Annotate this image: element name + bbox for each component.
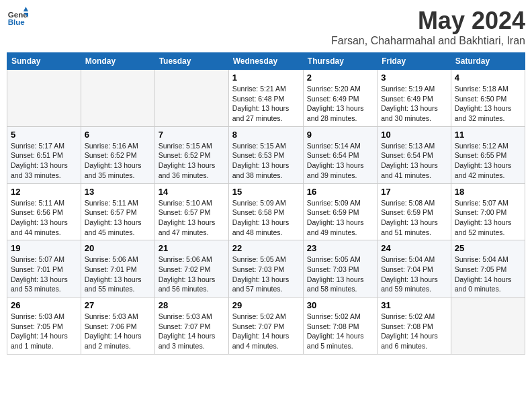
day-number: 1: [232, 73, 300, 83]
day-info: Sunrise: 5:07 AM Sunset: 7:01 PM Dayligh…: [11, 255, 77, 294]
calendar-cell: 21Sunrise: 5:06 AM Sunset: 7:02 PM Dayli…: [154, 240, 228, 298]
calendar-cell: 11Sunrise: 5:12 AM Sunset: 6:55 PM Dayli…: [451, 126, 525, 183]
day-number: 9: [307, 130, 373, 140]
title-block: May 2024 Farsan, Chaharmahal and Bakhtia…: [331, 7, 525, 47]
svg-text:Blue: Blue: [8, 18, 26, 26]
day-number: 26: [11, 300, 77, 310]
day-number: 21: [159, 243, 225, 253]
calendar-cell: 23Sunrise: 5:05 AM Sunset: 7:03 PM Dayli…: [303, 240, 377, 298]
day-number: 31: [381, 300, 447, 310]
calendar-cell: 20Sunrise: 5:06 AM Sunset: 7:01 PM Dayli…: [81, 240, 154, 298]
day-info: Sunrise: 5:11 AM Sunset: 6:57 PM Dayligh…: [85, 198, 151, 238]
day-info: Sunrise: 5:02 AM Sunset: 7:08 PM Dayligh…: [381, 312, 447, 351]
day-info: Sunrise: 5:04 AM Sunset: 7:05 PM Dayligh…: [455, 255, 521, 294]
logo-icon: General Blue: [7, 7, 28, 28]
calendar-table: SundayMondayTuesdayWednesdayThursdayFrid…: [7, 52, 525, 355]
day-info: Sunrise: 5:05 AM Sunset: 7:03 PM Dayligh…: [232, 255, 300, 294]
calendar-cell: [7, 70, 81, 127]
weekday-header-sunday: Sunday: [7, 53, 81, 70]
day-info: Sunrise: 5:08 AM Sunset: 6:59 PM Dayligh…: [381, 198, 447, 238]
calendar-cell: 8Sunrise: 5:15 AM Sunset: 6:53 PM Daylig…: [228, 126, 303, 183]
calendar-cell: 13Sunrise: 5:11 AM Sunset: 6:57 PM Dayli…: [81, 183, 154, 240]
day-info: Sunrise: 5:09 AM Sunset: 6:58 PM Dayligh…: [232, 198, 300, 238]
day-number: 17: [381, 187, 447, 197]
calendar-cell: 22Sunrise: 5:05 AM Sunset: 7:03 PM Dayli…: [228, 240, 303, 298]
day-info: Sunrise: 5:15 AM Sunset: 6:53 PM Dayligh…: [232, 141, 300, 181]
weekday-header-saturday: Saturday: [451, 53, 525, 70]
day-info: Sunrise: 5:07 AM Sunset: 7:00 PM Dayligh…: [455, 198, 521, 238]
calendar-week-row: 12Sunrise: 5:11 AM Sunset: 6:56 PM Dayli…: [7, 183, 525, 240]
calendar-subtitle: Farsan, Chaharmahal and Bakhtiari, Iran: [331, 35, 525, 47]
day-info: Sunrise: 5:11 AM Sunset: 6:56 PM Dayligh…: [11, 198, 77, 238]
day-info: Sunrise: 5:15 AM Sunset: 6:52 PM Dayligh…: [159, 141, 225, 181]
calendar-cell: 15Sunrise: 5:09 AM Sunset: 6:58 PM Dayli…: [228, 183, 303, 240]
day-info: Sunrise: 5:04 AM Sunset: 7:04 PM Dayligh…: [381, 255, 447, 294]
day-info: Sunrise: 5:17 AM Sunset: 6:51 PM Dayligh…: [11, 141, 77, 181]
calendar-cell: 2Sunrise: 5:20 AM Sunset: 6:49 PM Daylig…: [303, 70, 377, 127]
calendar-cell: 28Sunrise: 5:03 AM Sunset: 7:07 PM Dayli…: [154, 298, 228, 355]
page-header: General Blue May 2024 Farsan, Chaharmaha…: [7, 7, 525, 47]
calendar-week-row: 1Sunrise: 5:21 AM Sunset: 6:48 PM Daylig…: [7, 70, 525, 127]
calendar-cell: 19Sunrise: 5:07 AM Sunset: 7:01 PM Dayli…: [7, 240, 81, 298]
day-number: 23: [307, 243, 373, 253]
day-info: Sunrise: 5:03 AM Sunset: 7:05 PM Dayligh…: [11, 312, 77, 351]
day-number: 19: [11, 243, 77, 253]
calendar-cell: [154, 70, 228, 127]
day-info: Sunrise: 5:05 AM Sunset: 7:03 PM Dayligh…: [307, 255, 373, 294]
calendar-cell: 12Sunrise: 5:11 AM Sunset: 6:56 PM Dayli…: [7, 183, 81, 240]
day-number: 20: [85, 243, 151, 253]
calendar-cell: 1Sunrise: 5:21 AM Sunset: 6:48 PM Daylig…: [228, 70, 303, 127]
day-info: Sunrise: 5:10 AM Sunset: 6:57 PM Dayligh…: [159, 198, 225, 238]
logo: General Blue: [7, 7, 28, 28]
calendar-cell: [81, 70, 154, 127]
weekday-header-tuesday: Tuesday: [154, 53, 228, 70]
day-info: Sunrise: 5:06 AM Sunset: 7:02 PM Dayligh…: [159, 255, 225, 294]
calendar-cell: 4Sunrise: 5:18 AM Sunset: 6:50 PM Daylig…: [451, 70, 525, 127]
calendar-cell: 25Sunrise: 5:04 AM Sunset: 7:05 PM Dayli…: [451, 240, 525, 298]
day-number: 4: [455, 73, 521, 83]
weekday-header-thursday: Thursday: [303, 53, 377, 70]
day-number: 8: [232, 130, 300, 140]
calendar-cell: 10Sunrise: 5:13 AM Sunset: 6:54 PM Dayli…: [378, 126, 451, 183]
calendar-week-row: 26Sunrise: 5:03 AM Sunset: 7:05 PM Dayli…: [7, 298, 525, 355]
calendar-cell: 17Sunrise: 5:08 AM Sunset: 6:59 PM Dayli…: [378, 183, 451, 240]
calendar-cell: 31Sunrise: 5:02 AM Sunset: 7:08 PM Dayli…: [378, 298, 451, 355]
day-number: 3: [381, 73, 447, 83]
calendar-cell: 29Sunrise: 5:02 AM Sunset: 7:07 PM Dayli…: [228, 298, 303, 355]
day-number: 6: [85, 130, 151, 140]
day-info: Sunrise: 5:14 AM Sunset: 6:54 PM Dayligh…: [307, 141, 373, 181]
calendar-cell: 3Sunrise: 5:19 AM Sunset: 6:49 PM Daylig…: [378, 70, 451, 127]
calendar-cell: 9Sunrise: 5:14 AM Sunset: 6:54 PM Daylig…: [303, 126, 377, 183]
day-number: 11: [455, 130, 521, 140]
weekday-header-friday: Friday: [378, 53, 451, 70]
weekday-header-monday: Monday: [81, 53, 154, 70]
svg-marker-2: [24, 7, 28, 11]
calendar-cell: 26Sunrise: 5:03 AM Sunset: 7:05 PM Dayli…: [7, 298, 81, 355]
day-number: 27: [85, 300, 151, 310]
calendar-cell: 16Sunrise: 5:09 AM Sunset: 6:59 PM Dayli…: [303, 183, 377, 240]
day-number: 18: [455, 187, 521, 197]
day-info: Sunrise: 5:03 AM Sunset: 7:06 PM Dayligh…: [85, 312, 151, 351]
calendar-week-row: 19Sunrise: 5:07 AM Sunset: 7:01 PM Dayli…: [7, 240, 525, 298]
day-info: Sunrise: 5:16 AM Sunset: 6:52 PM Dayligh…: [85, 141, 151, 181]
calendar-week-row: 5Sunrise: 5:17 AM Sunset: 6:51 PM Daylig…: [7, 126, 525, 183]
day-info: Sunrise: 5:09 AM Sunset: 6:59 PM Dayligh…: [307, 198, 373, 238]
day-number: 14: [159, 187, 225, 197]
day-number: 16: [307, 187, 373, 197]
day-number: 13: [85, 187, 151, 197]
calendar-cell: 30Sunrise: 5:02 AM Sunset: 7:08 PM Dayli…: [303, 298, 377, 355]
day-number: 28: [159, 300, 225, 310]
day-number: 15: [232, 187, 300, 197]
calendar-cell: 27Sunrise: 5:03 AM Sunset: 7:06 PM Dayli…: [81, 298, 154, 355]
day-number: 5: [11, 130, 77, 140]
calendar-cell: 24Sunrise: 5:04 AM Sunset: 7:04 PM Dayli…: [378, 240, 451, 298]
day-info: Sunrise: 5:13 AM Sunset: 6:54 PM Dayligh…: [381, 141, 447, 181]
day-info: Sunrise: 5:20 AM Sunset: 6:49 PM Dayligh…: [307, 84, 373, 124]
calendar-cell: 5Sunrise: 5:17 AM Sunset: 6:51 PM Daylig…: [7, 126, 81, 183]
calendar-cell: 7Sunrise: 5:15 AM Sunset: 6:52 PM Daylig…: [154, 126, 228, 183]
day-info: Sunrise: 5:18 AM Sunset: 6:50 PM Dayligh…: [455, 84, 521, 124]
day-info: Sunrise: 5:02 AM Sunset: 7:08 PM Dayligh…: [307, 312, 373, 351]
day-number: 12: [11, 187, 77, 197]
day-info: Sunrise: 5:02 AM Sunset: 7:07 PM Dayligh…: [232, 312, 300, 351]
weekday-header-wednesday: Wednesday: [228, 53, 303, 70]
